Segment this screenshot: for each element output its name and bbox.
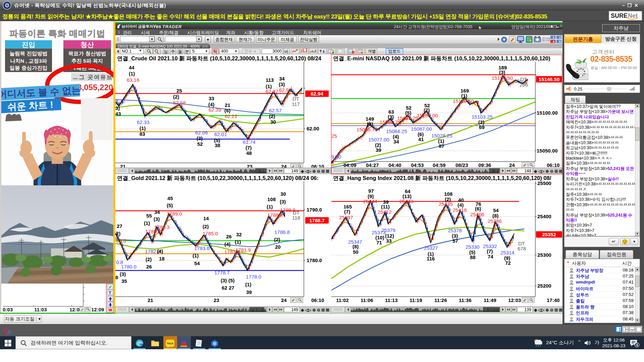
svg-text:SURE: SURE — [611, 12, 628, 19]
svg-text:11:49: 11:49 — [484, 297, 496, 303]
svg-text:(2): (2) — [203, 224, 209, 229]
svg-text:57: 57 — [452, 238, 458, 244]
svg-text:1778.7: 1778.7 — [214, 270, 230, 276]
svg-text:25444: 25444 — [363, 198, 377, 204]
svg-text:1788.7: 1788.7 — [309, 218, 325, 223]
svg-text:149: 149 — [291, 307, 298, 312]
svg-text:(3): (3) — [197, 135, 203, 141]
svg-text:35: 35 — [121, 278, 127, 284]
svg-text:04:53: 04:53 — [411, 162, 424, 168]
svg-text:개별: 개별 — [368, 49, 376, 54]
svg-text:청산: 청산 — [80, 41, 94, 48]
svg-text:27: 27 — [117, 223, 122, 229]
svg-text:24: 24 — [281, 297, 287, 303]
svg-text:62.91: 62.91 — [279, 87, 292, 93]
svg-text:TRADER: TRADER — [162, 24, 182, 29]
svg-text:(6): (6) — [224, 108, 230, 113]
svg-text:1789.0: 1789.0 — [167, 211, 182, 217]
svg-text:1785.0: 1785.0 — [203, 231, 218, 236]
svg-text:24: 24 — [509, 162, 515, 168]
svg-text:62.33: 62.33 — [137, 119, 150, 125]
svg-text:11:36: 11:36 — [459, 297, 472, 303]
svg-text:1788.8: 1788.8 — [267, 212, 283, 218]
svg-text:25: 25 — [331, 133, 337, 139]
svg-text:06:10: 06:10 — [547, 162, 559, 168]
svg-text:62.57: 62.57 — [269, 108, 282, 113]
svg-text:ㅡ그 곳여유브: ㅡ그 곳여유브 — [72, 74, 113, 80]
svg-text:(5): (5) — [228, 278, 234, 283]
svg-text:(7): (7) — [246, 145, 252, 150]
svg-text:55: 55 — [146, 213, 152, 219]
svg-text:(1): (1) — [144, 220, 150, 226]
svg-text:25500: 25500 — [537, 180, 551, 186]
svg-text:(7): (7) — [487, 248, 493, 254]
svg-text:21: 21 — [148, 297, 153, 303]
svg-text:04:09: 04:09 — [343, 162, 356, 168]
svg-text:11:02: 11:02 — [336, 297, 349, 303]
svg-text:30: 30 — [270, 119, 276, 125]
svg-text:149: 149 — [291, 169, 298, 173]
svg-text:(1): (1) — [235, 239, 241, 245]
svg-text:(5): (5) — [405, 110, 411, 116]
svg-text:25352: 25352 — [542, 232, 556, 237]
svg-text:15086.75: 15086.75 — [357, 127, 378, 132]
svg-text:(1): (1) — [245, 282, 251, 287]
svg-text:(7): (7) — [344, 209, 350, 215]
svg-text:50: 50 — [353, 249, 359, 255]
svg-text:25412: 25412 — [378, 209, 392, 215]
svg-text:44: 44 — [129, 65, 135, 70]
svg-text:1780.0: 1780.0 — [307, 257, 322, 263]
svg-text:Yes: Yes — [153, 24, 161, 29]
svg-text:(5): (5) — [167, 202, 173, 208]
svg-text:3): 3) — [115, 105, 120, 111]
svg-text:04:59: 04:59 — [433, 162, 445, 168]
svg-text:25330: 25330 — [466, 244, 480, 250]
svg-text:15050.00: 15050.00 — [537, 148, 558, 154]
svg-text:브이아이 금융투자: 브이아이 금융투자 — [121, 24, 154, 28]
svg-text:Net: Net — [628, 12, 638, 19]
svg-text:09:36: 09:36 — [478, 162, 491, 168]
svg-text:45: 45 — [167, 195, 173, 201]
svg-text:139: 139 — [524, 307, 531, 312]
svg-text:15146.50: 15146.50 — [539, 76, 560, 82]
svg-text:32: 32 — [236, 232, 242, 237]
svg-text:26: 26 — [146, 264, 152, 269]
svg-text:25327: 25327 — [424, 245, 438, 251]
svg-text:83.5: 83.5 — [116, 238, 126, 244]
svg-text:1786.8: 1786.8 — [274, 229, 290, 235]
svg-text:(3): (3) — [280, 199, 286, 204]
svg-text:T: T — [109, 290, 111, 295]
svg-text:눌림목 진입방법: 눌림목 진입방법 — [10, 51, 48, 56]
svg-text:52: 52 — [197, 141, 203, 147]
svg-text:54: 54 — [493, 207, 499, 213]
svg-text:108: 108 — [444, 191, 452, 197]
svg-text:1785.5: 1785.5 — [145, 229, 161, 234]
svg-text:(1): (1) — [193, 253, 199, 258]
svg-text:DT: DT — [520, 76, 527, 82]
svg-text:연결_Crude Oil 2021.10 新 파동차트 (: 연결_Crude Oil 2021.10 新 파동차트 (10,5,10,22,… — [117, 55, 322, 61]
svg-text:15100.00: 15100.00 — [537, 110, 558, 116]
svg-text:A: A — [7, 329, 12, 335]
svg-text:12:03: 12:03 — [508, 297, 521, 303]
svg-text:87: 87 — [439, 143, 444, 149]
svg-text:(3): (3) — [120, 271, 126, 277]
svg-text:25397: 25397 — [339, 215, 353, 220]
svg-text:(2): (2) — [146, 256, 152, 262]
svg-text:1789.8: 1789.8 — [280, 207, 296, 213]
svg-text:25314: 25314 — [500, 250, 515, 255]
svg-text:5: 5 — [559, 40, 561, 43]
svg-text:72: 72 — [505, 260, 511, 266]
svg-text:43: 43 — [115, 111, 121, 117]
svg-text:678: 678 — [518, 246, 526, 251]
svg-text:15150.50: 15150.50 — [492, 75, 513, 81]
svg-text:25: 25 — [176, 88, 182, 94]
svg-text:33: 33 — [386, 238, 392, 244]
svg-text:83: 83 — [140, 131, 145, 137]
svg-text:(4): (4) — [208, 102, 214, 107]
svg-text:113: 113 — [266, 77, 274, 83]
svg-text:2.72: 2.72 — [115, 98, 125, 104]
svg-text:4: 4 — [636, 343, 638, 347]
svg-text:(2): (2) — [173, 94, 179, 100]
svg-text:17:40: 17:40 — [547, 297, 559, 303]
svg-text:25200: 25200 — [537, 283, 551, 289]
